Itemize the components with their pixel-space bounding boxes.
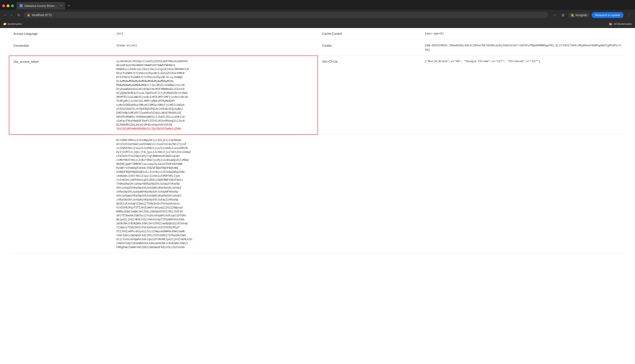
token-continuation-text: MzYxMmFiMDkiLCJhcHBpZGFjciI6IjEiLCJmYW1p…	[116, 138, 313, 250]
nav-actions: ☆ ⊞ 🕵 Incognito Relaunch to update ⋮	[551, 12, 632, 18]
header-value-sec-ch-ua: ["Not)A;Brand";v="99", "Google Chrome";v…	[420, 56, 626, 135]
new-tab-button[interactable]: +	[66, 4, 72, 8]
folder-icon: 📁	[3, 22, 7, 26]
nav-bar: ‹ › ↻ 🔒 localhost:9772 ☆ ⊞ 🕵 Incognito R…	[0, 10, 635, 20]
minimize-window-button[interactable]	[7, 4, 10, 7]
maximize-window-button[interactable]	[11, 4, 14, 7]
relaunch-button[interactable]: Relaunch to update	[591, 12, 623, 18]
extensions-icon[interactable]: ⊞	[560, 12, 566, 18]
tab-close-icon[interactable]: ×	[61, 4, 62, 7]
forward-button[interactable]: ›	[9, 12, 14, 18]
header-value-connection: [keep-alive]	[112, 40, 318, 56]
token-continuation-value: MzYxMmFiMDkiLCJhcHBpZGFjciI6IjEiLCJmYW1p…	[112, 135, 318, 253]
header-name-cookie: Cookie	[318, 40, 421, 56]
address-bar[interactable]: 🔒 localhost:9772	[24, 12, 548, 18]
table-row: Connection [keep-alive] Cookie [DW-SESSI…	[9, 40, 626, 56]
token-highlighted-segment: iOiI3ZjM3YmMzOS03MzZiLTQzZGUtOTUwMy1jZGM…	[116, 127, 182, 130]
header-value-accept-language: [en]	[112, 28, 318, 40]
active-tab[interactable]: Datawiza Access Broker Dem ×	[17, 2, 65, 10]
empty-cell-3	[420, 135, 626, 253]
header-value-cache-control: [max-age=0]	[420, 28, 626, 40]
header-name-connection: Connection	[9, 40, 112, 56]
bookmarks-folder-label: bookmarks	[8, 22, 22, 26]
bookmark-star-icon[interactable]: ☆	[551, 12, 558, 18]
table-row: Accept-Language [en] Cache-Control [max-…	[9, 28, 626, 40]
empty-cell	[9, 135, 112, 253]
all-bookmarks-label: All Bookmarks	[613, 22, 632, 26]
header-name-sec-ch-ua: Sec-Ch-Ua	[318, 56, 421, 135]
tab-favicon-icon	[20, 4, 23, 7]
tab-title: Datawiza Access Broker Dem	[25, 4, 58, 8]
bookmarks-folder-item[interactable]: 📁 bookmarks	[3, 22, 22, 26]
close-window-button[interactable]	[2, 4, 5, 7]
back-button[interactable]: ‹	[3, 12, 7, 18]
browser-chrome: Datawiza Access Broker Dem × + ‹ › ↻ 🔒 l…	[0, 0, 635, 28]
lock-icon: 🔒	[27, 14, 30, 16]
token-value-text: eyJ0eXAiOiJKV1QiLCJub25jZSI6InB4THNleGxD…	[116, 60, 313, 131]
token-continuation-row: MzYxMmFiMDkiLCJhcHBpZGFjciI6IjEiLCJmYW1p…	[9, 135, 626, 253]
header-value-cookie: [DW-SESSIONID.298a8e5bc49c3c384ac597db96…	[420, 40, 626, 56]
reload-button[interactable]: ↻	[16, 12, 22, 18]
bookmarks-bar: 📁 bookmarks 📚 All Bookmarks	[0, 20, 635, 28]
header-name-cache-control: Cache-Control	[318, 28, 421, 40]
all-bookmarks-icon: 📚	[609, 22, 612, 26]
highlighted-row: Dw_access_token eyJ0eXAiOiJKV1QiLCJub25j…	[9, 56, 626, 135]
headers-table: Accept-Language [en] Cache-Control [max-…	[9, 28, 626, 253]
url-display: localhost:9772	[32, 13, 52, 17]
header-name-dw-access-token: Dw_access_token	[9, 56, 112, 135]
incognito-label: Incognito	[575, 14, 587, 17]
header-name-accept-language: Accept-Language	[9, 28, 112, 40]
tab-bar: Datawiza Access Broker Dem × +	[0, 0, 635, 10]
empty-cell-2	[318, 135, 421, 253]
header-value-dw-access-token: eyJ0eXAiOiJKV1QiLCJub25jZSI6InB4THNleGxD…	[112, 56, 318, 135]
page-content: Accept-Language [en] Cache-Control [max-…	[0, 28, 635, 364]
incognito-icon: 🕵	[571, 14, 574, 17]
table-container: Accept-Language [en] Cache-Control [max-…	[0, 28, 635, 253]
all-bookmarks-link[interactable]: 📚 All Bookmarks	[609, 22, 632, 26]
window-controls	[2, 4, 14, 7]
incognito-badge: 🕵 Incognito	[568, 12, 590, 18]
menu-icon[interactable]: ⋮	[625, 12, 632, 18]
